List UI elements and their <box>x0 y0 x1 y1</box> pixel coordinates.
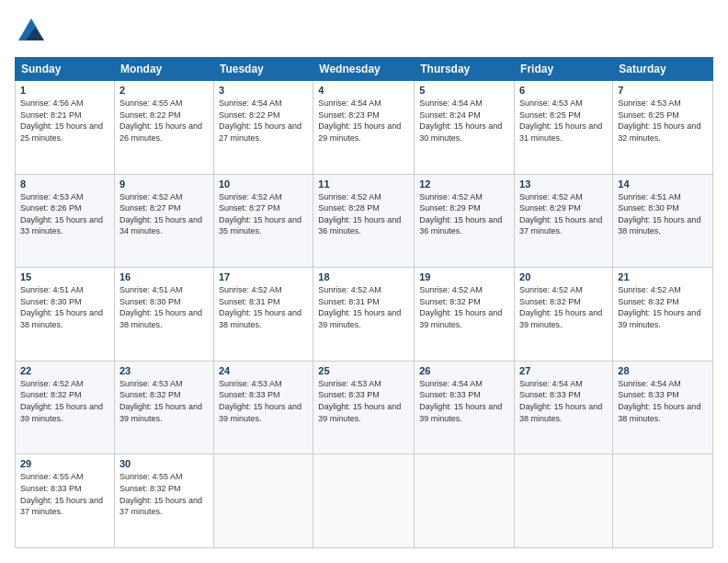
daylight-text: Daylight: 15 hours and 26 minutes. <box>119 121 202 143</box>
day-number: 14 <box>618 178 708 190</box>
daylight-text: Daylight: 15 hours and 39 minutes. <box>618 308 700 329</box>
day-info: Sunrise: 4:54 AM Sunset: 8:33 PM Dayligh… <box>519 378 608 424</box>
day-number: 6 <box>519 85 608 96</box>
day-info: Sunrise: 4:52 AM Sunset: 8:28 PM Dayligh… <box>318 191 409 237</box>
sunrise-text: Sunrise: 4:52 AM <box>318 285 381 294</box>
daylight-text: Daylight: 15 hours and 37 minutes. <box>519 215 602 236</box>
daylight-text: Daylight: 15 hours and 39 minutes. <box>318 402 401 423</box>
page: SundayMondayTuesdayWednesdayThursdayFrid… <box>0 0 728 563</box>
calendar-cell: 29 Sunrise: 4:55 AM Sunset: 8:33 PM Dayl… <box>16 454 115 548</box>
daylight-text: Daylight: 15 hours and 38 minutes. <box>219 308 301 329</box>
calendar-cell: 22 Sunrise: 4:52 AM Sunset: 8:32 PM Dayl… <box>16 361 115 454</box>
calendar-cell: 18 Sunrise: 4:52 AM Sunset: 8:31 PM Dayl… <box>313 268 415 362</box>
sunrise-text: Sunrise: 4:54 AM <box>519 379 583 388</box>
sunset-text: Sunset: 8:22 PM <box>219 110 280 120</box>
sunset-text: Sunset: 8:29 PM <box>519 203 581 213</box>
calendar-week-2: 8 Sunrise: 4:53 AM Sunset: 8:26 PM Dayli… <box>16 174 713 268</box>
calendar-cell: 21 Sunrise: 4:52 AM Sunset: 8:32 PM Dayl… <box>613 268 713 362</box>
calendar-header-friday: Friday <box>515 58 613 81</box>
sunrise-text: Sunrise: 4:52 AM <box>419 192 483 201</box>
sunrise-text: Sunrise: 4:53 AM <box>119 379 183 388</box>
sunset-text: Sunset: 8:27 PM <box>219 203 280 213</box>
sunset-text: Sunset: 8:33 PM <box>20 484 82 493</box>
calendar-cell: 19 Sunrise: 4:52 AM Sunset: 8:32 PM Dayl… <box>415 268 515 362</box>
calendar-cell: 2 Sunrise: 4:55 AM Sunset: 8:22 PM Dayli… <box>114 81 213 175</box>
calendar-header-row: SundayMondayTuesdayWednesdayThursdayFrid… <box>16 58 713 81</box>
day-info: Sunrise: 4:51 AM Sunset: 8:30 PM Dayligh… <box>618 191 708 237</box>
sunrise-text: Sunrise: 4:52 AM <box>219 285 282 294</box>
calendar-cell <box>415 454 515 548</box>
day-number: 19 <box>419 271 509 282</box>
sunset-text: Sunset: 8:30 PM <box>20 297 82 306</box>
day-info: Sunrise: 4:52 AM Sunset: 8:31 PM Dayligh… <box>219 284 308 330</box>
sunset-text: Sunset: 8:32 PM <box>20 390 82 399</box>
calendar-cell <box>515 454 613 548</box>
sunset-text: Sunset: 8:33 PM <box>618 390 679 399</box>
calendar-cell: 10 Sunrise: 4:52 AM Sunset: 8:27 PM Dayl… <box>213 174 313 268</box>
sunset-text: Sunset: 8:27 PM <box>119 203 181 213</box>
day-info: Sunrise: 4:52 AM Sunset: 8:32 PM Dayligh… <box>618 284 708 330</box>
sunrise-text: Sunrise: 4:54 AM <box>419 379 483 388</box>
day-number: 11 <box>318 178 409 190</box>
sunrise-text: Sunrise: 4:52 AM <box>119 192 183 201</box>
sunset-text: Sunset: 8:25 PM <box>618 110 679 120</box>
calendar-cell: 8 Sunrise: 4:53 AM Sunset: 8:26 PM Dayli… <box>16 174 115 268</box>
calendar-cell: 16 Sunrise: 4:51 AM Sunset: 8:30 PM Dayl… <box>114 268 213 362</box>
sunrise-text: Sunrise: 4:54 AM <box>419 98 483 108</box>
daylight-text: Daylight: 15 hours and 39 minutes. <box>419 402 502 423</box>
calendar-cell: 12 Sunrise: 4:52 AM Sunset: 8:29 PM Dayl… <box>415 174 515 268</box>
sunset-text: Sunset: 8:33 PM <box>519 390 581 399</box>
day-number: 7 <box>618 85 708 96</box>
day-number: 27 <box>519 365 608 376</box>
day-info: Sunrise: 4:52 AM Sunset: 8:27 PM Dayligh… <box>219 191 308 237</box>
calendar-cell: 1 Sunrise: 4:56 AM Sunset: 8:21 PM Dayli… <box>16 81 115 175</box>
sunrise-text: Sunrise: 4:51 AM <box>20 285 84 294</box>
calendar-cell: 11 Sunrise: 4:52 AM Sunset: 8:28 PM Dayl… <box>313 174 415 268</box>
daylight-text: Daylight: 15 hours and 36 minutes. <box>318 215 401 236</box>
day-info: Sunrise: 4:53 AM Sunset: 8:33 PM Dayligh… <box>219 378 308 424</box>
calendar-week-3: 15 Sunrise: 4:51 AM Sunset: 8:30 PM Dayl… <box>16 268 713 362</box>
sunset-text: Sunset: 8:33 PM <box>219 390 280 399</box>
sunrise-text: Sunrise: 4:54 AM <box>318 98 381 108</box>
sunrise-text: Sunrise: 4:53 AM <box>219 379 282 388</box>
calendar-cell: 4 Sunrise: 4:54 AM Sunset: 8:23 PM Dayli… <box>313 81 415 175</box>
sunset-text: Sunset: 8:31 PM <box>219 297 280 306</box>
sunrise-text: Sunrise: 4:53 AM <box>519 98 583 108</box>
calendar-cell: 3 Sunrise: 4:54 AM Sunset: 8:22 PM Dayli… <box>213 81 313 175</box>
daylight-text: Daylight: 15 hours and 35 minutes. <box>219 215 301 236</box>
day-info: Sunrise: 4:54 AM Sunset: 8:33 PM Dayligh… <box>419 378 509 424</box>
daylight-text: Daylight: 15 hours and 38 minutes. <box>119 308 202 329</box>
day-number: 16 <box>119 271 209 282</box>
day-info: Sunrise: 4:52 AM Sunset: 8:31 PM Dayligh… <box>318 284 409 330</box>
sunrise-text: Sunrise: 4:53 AM <box>618 98 681 108</box>
day-info: Sunrise: 4:51 AM Sunset: 8:30 PM Dayligh… <box>20 284 109 330</box>
calendar-cell: 17 Sunrise: 4:52 AM Sunset: 8:31 PM Dayl… <box>213 268 313 362</box>
sunrise-text: Sunrise: 4:56 AM <box>20 98 84 108</box>
day-number: 2 <box>119 85 209 96</box>
day-info: Sunrise: 4:53 AM Sunset: 8:25 PM Dayligh… <box>519 98 608 144</box>
day-number: 12 <box>419 178 509 190</box>
day-number: 29 <box>20 458 109 469</box>
day-number: 23 <box>119 365 209 376</box>
day-info: Sunrise: 4:54 AM Sunset: 8:33 PM Dayligh… <box>618 378 708 424</box>
calendar-cell <box>613 454 713 548</box>
daylight-text: Daylight: 15 hours and 38 minutes. <box>519 402 602 423</box>
day-info: Sunrise: 4:54 AM Sunset: 8:23 PM Dayligh… <box>318 98 409 144</box>
daylight-text: Daylight: 15 hours and 25 minutes. <box>20 121 103 143</box>
day-number: 3 <box>219 85 308 96</box>
daylight-text: Daylight: 15 hours and 31 minutes. <box>519 121 602 143</box>
daylight-text: Daylight: 15 hours and 34 minutes. <box>119 215 202 236</box>
sunset-text: Sunset: 8:31 PM <box>318 297 380 306</box>
sunrise-text: Sunrise: 4:52 AM <box>219 192 282 201</box>
sunset-text: Sunset: 8:30 PM <box>618 203 679 213</box>
calendar-cell: 28 Sunrise: 4:54 AM Sunset: 8:33 PM Dayl… <box>613 361 713 454</box>
calendar-cell: 26 Sunrise: 4:54 AM Sunset: 8:33 PM Dayl… <box>415 361 515 454</box>
sunrise-text: Sunrise: 4:52 AM <box>419 285 483 294</box>
day-info: Sunrise: 4:52 AM Sunset: 8:29 PM Dayligh… <box>519 191 608 237</box>
day-info: Sunrise: 4:54 AM Sunset: 8:24 PM Dayligh… <box>419 98 509 144</box>
day-info: Sunrise: 4:54 AM Sunset: 8:22 PM Dayligh… <box>219 98 308 144</box>
sunrise-text: Sunrise: 4:54 AM <box>618 379 681 388</box>
day-info: Sunrise: 4:55 AM Sunset: 8:32 PM Dayligh… <box>119 471 209 517</box>
daylight-text: Daylight: 15 hours and 39 minutes. <box>419 308 502 329</box>
day-info: Sunrise: 4:53 AM Sunset: 8:33 PM Dayligh… <box>318 378 409 424</box>
